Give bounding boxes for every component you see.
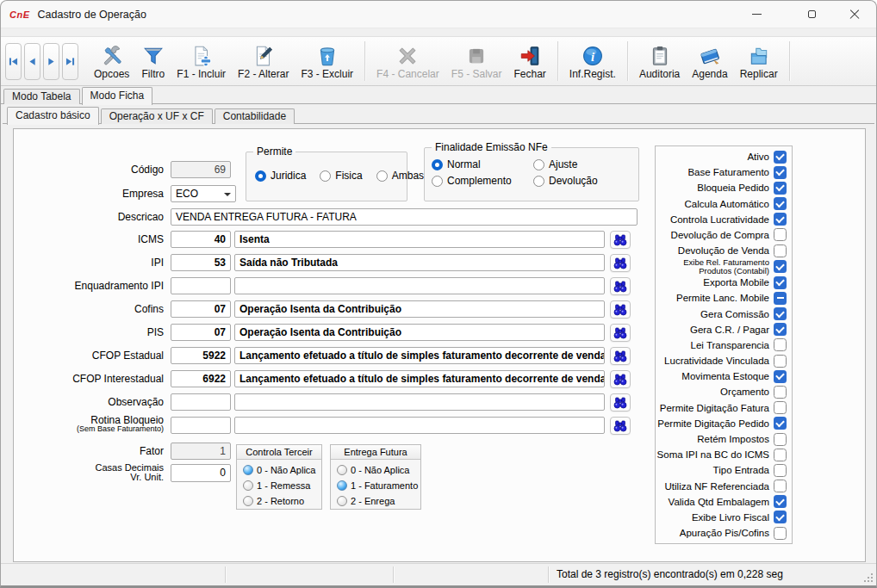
radio-1-faturamento[interactable]: 1 - Faturamento <box>337 478 420 493</box>
cfop-estadual-lookup-button[interactable] <box>610 347 631 365</box>
checkbox-ativo[interactable] <box>774 151 787 164</box>
cfop-estadual-desc-field[interactable]: Lançamento efetuado a título de simples … <box>234 347 605 364</box>
flag-row-permite-lanc-mobile: Permite Lanc. Mobile <box>656 290 792 306</box>
subtab-cadastro-b-sico[interactable]: Cadastro básico <box>7 107 99 125</box>
ipi-lookup-button[interactable] <box>610 254 631 272</box>
enquadramento-ipi-code-field[interactable] <box>171 277 231 294</box>
folders-icon <box>747 44 770 67</box>
observa-o-lookup-button[interactable] <box>610 393 631 412</box>
cofins-lookup-button[interactable] <box>610 300 631 319</box>
chevron-down-icon <box>224 193 231 196</box>
tab-modo-tabela[interactable]: Modo Tabela <box>3 89 80 104</box>
icms-lookup-button[interactable] <box>610 231 631 249</box>
rotina-bloqueio-lookup-button[interactable] <box>610 417 631 435</box>
radio-0-n-o-aplica[interactable]: 0 - Não Aplica <box>337 462 420 478</box>
radio-0-n-o-aplica[interactable]: 0 - Não Aplica <box>243 462 321 478</box>
toolbar-button-f1-incluir[interactable]: F1 - Incluir <box>171 39 232 84</box>
fator-field: 1 <box>171 443 231 460</box>
checkbox-valida-qtd-embalagem[interactable] <box>774 495 787 508</box>
radio-complemento[interactable]: Complemento <box>432 175 533 187</box>
cofins-code-field[interactable]: 07 <box>171 300 231 318</box>
rotina-bloqueio-desc-field[interactable] <box>234 417 605 434</box>
ipi-desc-field[interactable]: Saída não Tributada <box>234 254 605 271</box>
icms-code-field[interactable]: 40 <box>171 231 231 248</box>
checkbox-base-faturamento[interactable] <box>774 166 787 179</box>
radio-normal[interactable]: Normal <box>432 158 533 170</box>
checkbox-exibe-rel-faturamento[interactable] <box>774 260 787 273</box>
cfop-interestadual-code-field[interactable]: 6922 <box>171 370 231 387</box>
checkbox-gera-c-r-pagar[interactable] <box>774 323 787 336</box>
radio-2-enrega[interactable]: 2 - Enrega <box>337 493 420 509</box>
radio-ajuste[interactable]: Ajuste <box>533 158 638 170</box>
radio-juridica[interactable]: Juridica <box>255 170 306 182</box>
close-button[interactable] <box>834 1 874 28</box>
nav-first-button[interactable] <box>5 43 22 80</box>
checkbox-gera-comiss-o[interactable] <box>774 307 787 320</box>
checkbox-lei-transparencia[interactable] <box>774 338 787 351</box>
pis-lookup-button[interactable] <box>610 324 631 342</box>
cancel-icon <box>396 44 420 67</box>
checkbox-permite-digita-o-pedido[interactable] <box>774 417 787 430</box>
enquadramento-ipi-desc-field[interactable] <box>234 277 605 294</box>
toolbar-buttons: OpcoesFiltroF1 - IncluirF2 - AlterarF3 -… <box>88 39 795 84</box>
checkbox-movimenta-estoque[interactable] <box>774 370 787 383</box>
casas-decimais-field[interactable]: 0 <box>171 464 231 482</box>
minimize-button[interactable] <box>737 1 777 28</box>
checkbox-lucratividade-vinculada[interactable] <box>774 355 787 368</box>
radio-2-retorno[interactable]: 2 - Retorno <box>243 493 321 509</box>
toolbar-button-inf-regist[interactable]: iInf.Regist. <box>563 39 622 84</box>
toolbar-button-opcoes[interactable]: Opcoes <box>88 39 135 84</box>
subtab-contabilidade[interactable]: Contabilidade <box>215 108 295 124</box>
toolbar-button-filtro[interactable]: Filtro <box>135 39 171 84</box>
toolbar-button-fechar[interactable]: Fechar <box>507 39 551 84</box>
checkbox-apura-o-pis-cofins[interactable] <box>774 527 787 540</box>
radio-ambas[interactable]: Ambas <box>376 170 424 182</box>
radio-devolu-o[interactable]: Devolução <box>533 175 638 187</box>
checkbox-exporta-mobile[interactable] <box>774 276 787 289</box>
toolbar-button-auditoria[interactable]: Auditoria <box>633 39 686 84</box>
cfop-interestadual-lookup-button[interactable] <box>610 370 631 388</box>
checkbox-calcula-autom-tico[interactable] <box>774 197 787 210</box>
observa-o-desc-field[interactable] <box>234 393 605 411</box>
toolbar-button-replicar[interactable]: Replicar <box>734 39 784 84</box>
maximize-button[interactable] <box>792 1 832 28</box>
descricao-field[interactable]: VENDA ENTREGA FUTURA - FATURA <box>171 208 638 226</box>
cfop-estadual-code-field[interactable]: 5922 <box>171 347 231 364</box>
checkbox-soma-ipi-na-bc-do-icms[interactable] <box>774 449 787 461</box>
nav-prior-button[interactable] <box>24 43 40 80</box>
checkbox-tipo-entrada[interactable] <box>774 464 787 477</box>
radio-unselected-icon <box>320 170 331 182</box>
enquadramento-ipi-label: Enquadramento IPI <box>14 277 164 294</box>
empresa-combobox[interactable]: ECO <box>171 185 236 202</box>
resize-grip[interactable] <box>871 580 873 582</box>
radio-1-remessa[interactable]: 1 - Remessa <box>243 478 321 493</box>
checkbox-exibe-livro-fiscal[interactable] <box>774 511 787 523</box>
tab-modo-ficha[interactable]: Modo Ficha <box>82 87 153 105</box>
toolbar-button-agenda[interactable]: Agenda <box>686 39 733 84</box>
checkbox-permite-digita-o-fatura[interactable] <box>774 401 787 414</box>
nav-last-button[interactable] <box>62 43 78 80</box>
enquadramento-ipi-lookup-button[interactable] <box>610 277 631 295</box>
checkbox-utiliza-nf-referenciada[interactable] <box>774 480 787 492</box>
cfop-interestadual-desc-field[interactable]: Lançamento efetuado a título de simples … <box>234 370 605 387</box>
checkbox-devolu-o-de-venda[interactable] <box>774 244 787 257</box>
checkbox-devolu-o-de-compra[interactable] <box>774 228 787 241</box>
icms-desc-field[interactable]: Isenta <box>234 231 605 248</box>
checkbox-or-amento[interactable] <box>774 386 787 399</box>
observa-o-code-field[interactable] <box>171 393 231 411</box>
checkbox-permite-lanc-mobile[interactable] <box>774 292 787 305</box>
checkbox-ret-m-impostos[interactable] <box>774 433 787 446</box>
toolbar-button-f4-cancelar: F4 - Cancelar <box>370 39 445 84</box>
checkbox-bloqueia-pedido[interactable] <box>774 182 787 195</box>
ipi-code-field[interactable]: 53 <box>171 254 231 271</box>
subtab-opera-o-x-uf-x-cf[interactable]: Operação x UF x CF <box>101 108 213 124</box>
toolbar-button-f2-alterar[interactable]: F2 - Alterar <box>232 39 295 84</box>
pis-code-field[interactable]: 07 <box>171 324 231 341</box>
checkbox-controla-lucratividade[interactable] <box>774 213 787 226</box>
nav-next-button[interactable] <box>43 43 59 80</box>
cofins-desc-field[interactable]: Operação Isenta da Contribuição <box>234 300 605 318</box>
pis-desc-field[interactable]: Operação Isenta da Contribuição <box>234 324 605 341</box>
radio-fisica[interactable]: Fisica <box>320 170 362 182</box>
rotina-bloqueio-code-field[interactable] <box>171 417 231 434</box>
toolbar-button-f3-excluir[interactable]: F3 - Excluir <box>295 39 359 84</box>
